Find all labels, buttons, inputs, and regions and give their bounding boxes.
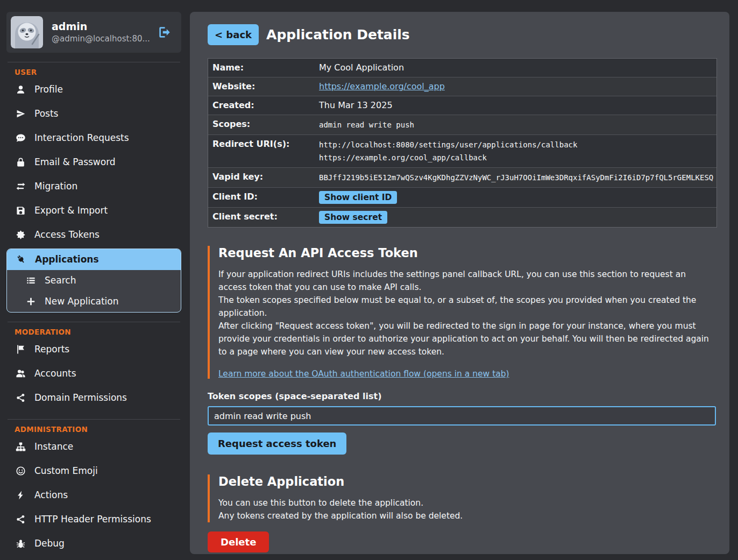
row-value: Show client ID [315, 188, 401, 207]
sidebar-item-access-tokens[interactable]: Access Tokens [6, 223, 181, 247]
delete-application-intro: Delete Application You can use this butt… [208, 474, 713, 522]
sidebar-item-new-application[interactable]: New Application [7, 291, 181, 312]
row-value: http://localhost:8080/settings/user/appl… [315, 135, 581, 167]
description-paragraph: After clicking "Request access token", y… [218, 320, 713, 358]
row-label: Client ID: [208, 188, 315, 207]
token-scopes-label: Token scopes (space-separated list) [208, 391, 713, 401]
applications-group: Applications Search New Application [6, 249, 181, 313]
table-row-client-id: Client ID: Show client ID [208, 188, 716, 208]
description-line: You can use this button to delete the ap… [218, 497, 713, 509]
table-row-created: Created: Thu Mar 13 2025 [208, 96, 716, 115]
avatar [11, 16, 43, 48]
show-secret-button[interactable]: Show secret [319, 211, 387, 224]
section-label-moderation: MODERATION [15, 328, 181, 336]
sidebar-item-instance[interactable]: Instance [6, 435, 181, 459]
request-access-token-button[interactable]: Request access token [208, 433, 346, 455]
exchange-arrows-icon [16, 181, 26, 192]
request-token-section: Request An API Access Token If your appl… [208, 246, 713, 455]
divider [8, 322, 180, 322]
sidebar-item-interaction-requests[interactable]: Interaction Requests [6, 126, 181, 150]
bug-icon [16, 538, 26, 549]
settings-app: admin @admin@localhost:80... USER Profil… [0, 0, 738, 560]
sidebar-item-profile[interactable]: Profile [6, 77, 181, 102]
sidebar-item-label: Applications [35, 253, 99, 266]
users-icon [16, 368, 26, 379]
sidebar-item-custom-emoji[interactable]: Custom Emoji [6, 459, 181, 483]
floppy-disk-icon [16, 205, 26, 216]
oauth-docs-link[interactable]: Learn more about the OAuth authenticatio… [218, 369, 509, 379]
row-value: Show secret [315, 208, 392, 227]
paper-plane-icon [16, 109, 26, 119]
sidebar-item-label: Posts [34, 108, 58, 120]
user-card[interactable]: admin @admin@localhost:80... [6, 12, 181, 53]
sidebar-item-label: Debug [34, 537, 65, 550]
table-row-vapid-key: Vapid key: BBJffJ219b5iE512m7wQSzv4KgKDh… [208, 168, 716, 188]
sidebar-item-email-password[interactable]: Email & Password [6, 150, 181, 174]
row-value: admin read write push [315, 115, 418, 134]
sidebar-item-label: Reports [34, 343, 69, 356]
table-row-redirect-uris: Redirect URI(s): http://localhost:8080/s… [208, 135, 716, 168]
table-row-client-secret: Client secret: Show secret [208, 208, 716, 227]
sidebar-item-actions[interactable]: Actions [6, 483, 181, 507]
row-label: Client secret: [208, 208, 315, 227]
website-link[interactable]: https://example.org/cool_app [319, 81, 445, 91]
sidebar-item-label: Accounts [34, 367, 76, 380]
sign-out-icon[interactable] [158, 25, 172, 39]
table-row-name: Name: My Cool Application [208, 59, 716, 77]
divider [8, 62, 180, 62]
section-title: Delete Application [218, 474, 713, 488]
list-icon [26, 275, 36, 286]
sidebar-item-label: Domain Permissions [34, 392, 127, 404]
row-label: Redirect URI(s): [208, 135, 315, 167]
certificate-icon [16, 230, 26, 240]
flag-icon [16, 344, 26, 355]
sidebar-item-accounts[interactable]: Accounts [6, 361, 181, 386]
row-value: Thu Mar 13 2025 [315, 96, 397, 115]
delete-button[interactable]: Delete [208, 531, 269, 552]
user-icon [16, 84, 26, 95]
sidebar: admin @admin@localhost:80... USER Profil… [0, 0, 190, 560]
sidebar-item-label: Profile [34, 83, 63, 96]
sidebar-item-label: Search [45, 274, 76, 287]
row-label: Name: [208, 59, 315, 77]
smiley-icon [16, 466, 26, 476]
request-token-intro: Request An API Access Token If your appl… [208, 246, 713, 379]
plus-icon [26, 296, 36, 307]
table-row-website: Website: https://example.org/cool_app [208, 77, 716, 96]
sidebar-item-applications-search[interactable]: Search [7, 270, 181, 291]
section-description: You can use this button to delete the ap… [218, 497, 713, 522]
sidebar-item-applications[interactable]: Applications [7, 249, 181, 270]
token-scopes-input[interactable] [208, 406, 716, 426]
page-title: Application Details [266, 27, 410, 42]
row-value: https://example.org/cool_app [315, 77, 449, 96]
sidebar-item-debug[interactable]: Debug [6, 531, 181, 556]
section-label-administration: ADMINISTRATION [15, 425, 181, 434]
row-label: Vapid key: [208, 168, 315, 187]
redirect-uri: https://example.org/cool_app/callback [319, 151, 577, 164]
sidebar-item-migration[interactable]: Migration [6, 174, 181, 199]
user-handle: @admin@localhost:80... [52, 33, 149, 45]
delete-application-section: Delete Application You can use this butt… [208, 474, 713, 552]
section-description: If your application redirect URIs includ… [218, 268, 713, 358]
divider [8, 419, 180, 420]
main-panel: < back Application Details Name: My Cool… [190, 12, 729, 554]
share-nodes-icon [16, 514, 26, 524]
user-meta: admin @admin@localhost:80... [52, 20, 149, 45]
row-value: My Cool Application [315, 59, 408, 77]
sidebar-item-label: Access Tokens [34, 229, 100, 241]
sidebar-item-http-header-permissions[interactable]: HTTP Header Permissions [6, 507, 181, 531]
user-name: admin [52, 20, 149, 33]
show-client-id-button[interactable]: Show client ID [319, 191, 397, 204]
back-button[interactable]: < back [208, 24, 259, 45]
description-line: Any tokens created by the application wi… [218, 509, 713, 522]
sidebar-item-label: Actions [34, 489, 68, 501]
comment-dots-icon [16, 133, 26, 143]
sidebar-item-reports[interactable]: Reports [6, 337, 181, 361]
sidebar-item-export-import[interactable]: Export & Import [6, 199, 181, 223]
sidebar-item-label: Email & Password [34, 156, 116, 168]
sidebar-item-posts[interactable]: Posts [6, 102, 181, 126]
sidebar-item-label: HTTP Header Permissions [34, 513, 151, 526]
lock-icon [16, 157, 26, 167]
sidebar-item-domain-permissions[interactable]: Domain Permissions [6, 386, 181, 410]
description-paragraph: If your application redirect URIs includ… [218, 268, 713, 294]
